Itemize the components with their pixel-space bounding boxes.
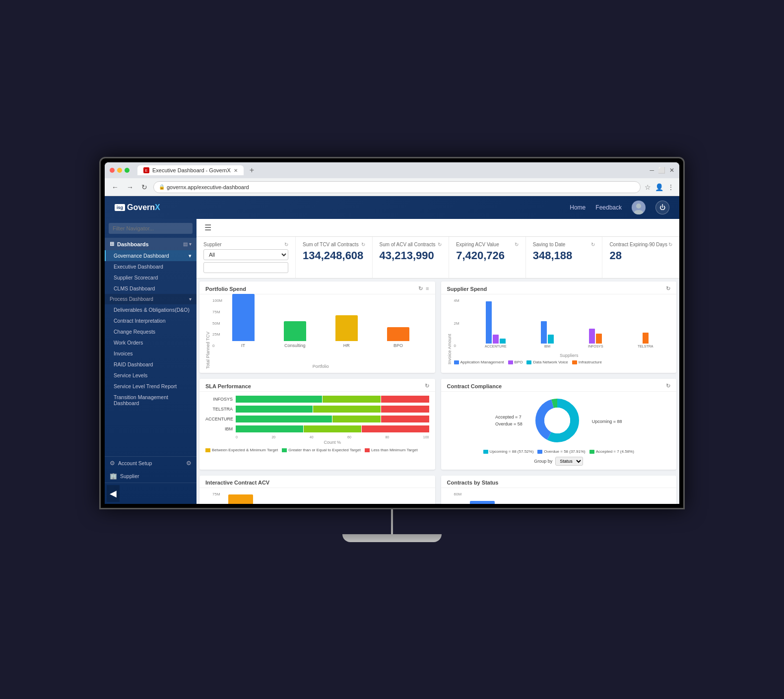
header-feedback-link[interactable]: Feedback bbox=[595, 204, 622, 211]
address-text: governx.app/executive-dashboard bbox=[167, 184, 249, 190]
browser-tab[interactable]: E Executive Dashboard - GovernX ✕ bbox=[137, 165, 244, 175]
app-container: isg GovernX Home Feedback ⏻ bbox=[105, 196, 679, 504]
more-options-icon[interactable]: ⋮ bbox=[667, 183, 674, 191]
sidebar-item-governance-dashboard[interactable]: Governance Dashboard ▾ bbox=[105, 250, 196, 261]
forward-button[interactable]: → bbox=[125, 182, 135, 192]
sidebar-item-executive-dashboard[interactable]: Executive Dashboard bbox=[105, 261, 196, 272]
bar-accenture-am bbox=[486, 301, 492, 344]
expiring-refresh-icon[interactable]: ↻ bbox=[515, 242, 519, 247]
sidebar-item-service-level-trend[interactable]: Service Level Trend Report bbox=[105, 381, 196, 392]
bar-consulting-fill bbox=[284, 321, 306, 341]
supplier-spend-refresh-icon[interactable]: ↻ bbox=[666, 285, 670, 292]
tab-close-icon[interactable]: ✕ bbox=[234, 168, 238, 173]
acv-refresh-icon[interactable]: ↻ bbox=[438, 242, 442, 247]
reload-button[interactable]: ↻ bbox=[139, 182, 149, 192]
sla-refresh-icon[interactable]: ↻ bbox=[425, 383, 429, 389]
sidebar-filter-input[interactable] bbox=[109, 223, 193, 234]
header-home-link[interactable]: Home bbox=[570, 204, 586, 211]
tcv-value: 134,248,608 bbox=[303, 249, 365, 262]
expiring-value: 7,420,726 bbox=[456, 249, 519, 262]
sidebar-dashboards-section[interactable]: ⊞ Dashboards ▤ ▾ bbox=[105, 238, 196, 250]
window-restore-icon[interactable]: ⬜ bbox=[658, 167, 665, 174]
sidebar-item-deliverables[interactable]: Deliverables & Obligations(D&O) bbox=[105, 304, 196, 315]
supplier-filter-controls: All bbox=[203, 249, 288, 273]
svg-point-1 bbox=[634, 210, 643, 214]
account-setup-label[interactable]: Account Setup bbox=[118, 460, 183, 466]
sla-row-telstra: TELSTRA bbox=[205, 406, 429, 413]
supplier-legend: Application Management BPO bbox=[454, 360, 671, 364]
tcv-refresh-icon[interactable]: ↻ bbox=[361, 242, 365, 247]
new-tab-button[interactable]: + bbox=[250, 166, 254, 175]
logo-text: GovernX bbox=[127, 203, 160, 212]
supplier-search-input[interactable] bbox=[203, 262, 288, 273]
supplier-label[interactable]: Supplier bbox=[120, 473, 139, 479]
power-button[interactable]: ⏻ bbox=[655, 201, 669, 214]
supplier-dropdown[interactable]: All bbox=[203, 249, 288, 260]
kpi-contract-expiring: Contract Expiring-90 Days ↻ 28 bbox=[602, 237, 679, 278]
browser-chrome: E Executive Dashboard - GovernX ✕ + ─ ⬜ … bbox=[105, 162, 679, 504]
back-button[interactable]: ← bbox=[110, 182, 121, 192]
bookmark-icon[interactable]: ☆ bbox=[645, 183, 651, 191]
compliance-refresh-icon[interactable]: ↻ bbox=[666, 383, 670, 389]
sidebar-item-contract-interpretation[interactable]: Contract Interpretation bbox=[105, 315, 196, 326]
sla-body: INFOSYS TELS bbox=[199, 392, 435, 456]
sidebar-item-raid-dashboard[interactable]: RAID Dashboard bbox=[105, 359, 196, 370]
tab-title: Executive Dashboard - GovernX bbox=[152, 167, 231, 173]
close-button[interactable] bbox=[110, 168, 115, 173]
supplier-refresh-icon[interactable]: ↻ bbox=[284, 242, 288, 247]
sidebar-item-service-levels[interactable]: Service Levels bbox=[105, 370, 196, 381]
bar-bpo-label: BPO bbox=[393, 343, 403, 348]
upcoming-label: Upcoming = 88 bbox=[592, 419, 622, 424]
supplier-x-label: Suppliers bbox=[468, 353, 671, 358]
address-bar[interactable]: 🔒 governx.app/executive-dashboard bbox=[153, 181, 641, 193]
legend-accepted-label: Accepted = 7 (4.58%) bbox=[596, 449, 634, 454]
sidebar-item-clms-dashboard[interactable]: CLMS Dashboard bbox=[105, 283, 196, 294]
portfolio-spend-header: Portfolio Spend ↻ ≡ bbox=[199, 281, 435, 294]
account-setup-config-icon[interactable]: ⚙ bbox=[186, 460, 192, 467]
executive-dashboard-label: Executive Dashboard bbox=[114, 264, 163, 270]
minimize-button[interactable] bbox=[117, 168, 122, 173]
portfolio-refresh-icon[interactable]: ↻ bbox=[418, 285, 423, 292]
bar-infosys-infra bbox=[596, 334, 602, 344]
sidebar-process-dashboard[interactable]: Process Dashboard ▾ bbox=[105, 294, 196, 304]
legend-overdue-label: Overdue = 58 (37.91%) bbox=[544, 449, 585, 454]
profile-icon[interactable]: 👤 bbox=[655, 183, 663, 191]
sla-performance-panel: SLA Performance ↻ INFOSYS bbox=[199, 379, 435, 470]
saving-label: Saving to Date bbox=[533, 242, 566, 247]
donut-left-labels: Accepted = 7 Overdue = 58 bbox=[495, 415, 523, 426]
sla-accenture-seg3 bbox=[381, 416, 429, 422]
cbs-bar-main bbox=[470, 501, 495, 504]
sidebar-item-work-orders[interactable]: Work Orders bbox=[105, 337, 196, 348]
legend-between: Between Expected & Minimum Target bbox=[205, 448, 278, 452]
sidebar-item-transition-mgmt[interactable]: Transition Management Dashboard bbox=[105, 392, 196, 409]
sidebar-collapse-button[interactable]: ◀ bbox=[107, 485, 120, 502]
maximize-button[interactable] bbox=[125, 168, 130, 173]
legend-infrastructure: Infrastructure bbox=[572, 360, 602, 364]
sidebar-item-change-requests[interactable]: Change Requests bbox=[105, 326, 196, 337]
menu-toggle-icon[interactable]: ☰ bbox=[204, 223, 211, 232]
portfolio-x-label: Portfolio bbox=[212, 364, 429, 369]
saving-refresh-icon[interactable]: ↻ bbox=[591, 242, 595, 247]
contract-expiring-refresh-icon[interactable]: ↻ bbox=[668, 242, 672, 247]
bar-accenture-bpo bbox=[493, 335, 499, 344]
user-avatar[interactable] bbox=[632, 201, 646, 214]
telstra-label: TELSTRA bbox=[638, 345, 653, 348]
dashboards-section-label: ⊞ Dashboards bbox=[110, 241, 149, 247]
legend-upcoming: Upcoming = 88 (57.52%) bbox=[483, 449, 534, 454]
group-by-select[interactable]: Status bbox=[555, 457, 583, 466]
window-minimize-icon[interactable]: ─ bbox=[650, 167, 654, 174]
portfolio-spend-title: Portfolio Spend bbox=[205, 286, 246, 292]
window-close-icon[interactable]: ✕ bbox=[669, 167, 674, 174]
legend-lt-swatch bbox=[365, 448, 370, 452]
portfolio-menu-icon[interactable]: ≡ bbox=[426, 285, 429, 292]
bar-bpo-fill bbox=[387, 327, 409, 341]
legend-accepted-swatch bbox=[589, 450, 594, 454]
account-setup-gear-icon[interactable]: ⚙ bbox=[110, 460, 115, 467]
sla-accenture-seg2 bbox=[332, 416, 381, 422]
bar-accenture-dnv bbox=[500, 339, 506, 344]
sidebar-item-invoices[interactable]: Invoices bbox=[105, 348, 196, 359]
bar-infosys-bpo bbox=[589, 329, 595, 344]
app-body: ⊞ Dashboards ▤ ▾ Governance Dashboard ▾ … bbox=[105, 219, 679, 504]
sidebar-item-supplier-scorecard[interactable]: Supplier Scorecard bbox=[105, 272, 196, 283]
legend-gte: Greater than or Equal to Expected Target bbox=[282, 448, 361, 452]
